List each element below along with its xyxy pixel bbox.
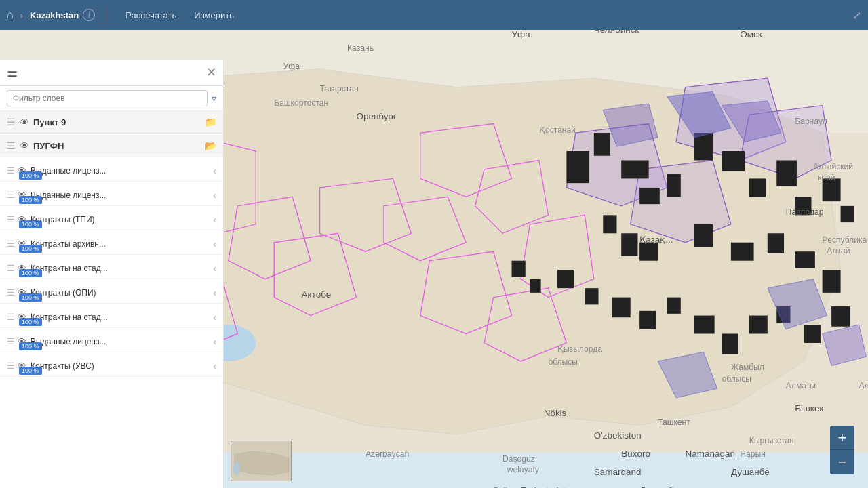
drag-icon: ☰ [7,117,16,127]
eye-icon-2[interactable]: 👁 [20,140,29,151]
chevron-l2[interactable]: ‹ [213,190,216,201]
layer-name-l9: Контракты (УВС) [31,361,210,371]
mini-map[interactable] [231,441,292,481]
close-icon[interactable]: ✕ [206,65,216,80]
section-pugfn[interactable]: ☰ 👁 ПУГФН 📂 [0,135,223,157]
map-area[interactable]: Ижевск Набережные Челны Уфа Челябинск Ка… [0,30,868,488]
layer-name-l2: Выданные лиценз... [31,190,210,200]
svg-rect-15 [841,206,854,222]
zoom-in-button[interactable]: + [830,426,854,450]
filter-input[interactable] [7,90,208,106]
svg-text:Казань: Казань [347,43,374,53]
layer-list[interactable]: ☰ 👁 Пункт 9 📁 ☰ 👁 ПУГФН 📂 ☰ 👁 Выданные л… [0,111,223,488]
layer-item-l1[interactable]: ☰ 👁 Выданные лиценз... ‹ 100 % [0,157,223,182]
section-title-punkt9: Пункт 9 [33,117,201,127]
layer-item-l3[interactable]: ☰ 👁 Контракты (ТПИ) ‹ 100 % [0,206,223,230]
layer-item-l5[interactable]: ☰ 👁 Контракты на стад... ‹ 100 % [0,255,223,279]
measure-button[interactable]: Измерить [189,7,239,23]
breadcrumb-label[interactable]: Kazakhstan [30,10,79,20]
svg-text:облысы: облысы [722,374,751,384]
expand-icon[interactable]: ⤢ [852,9,861,22]
layer-item-l8[interactable]: ☰ 👁 Выданные лиценз... ‹ 100 % [0,328,223,352]
info-icon[interactable]: i [83,9,95,21]
chevron-l9[interactable]: ‹ [213,361,216,371]
layer-item-l4[interactable]: ☰ 👁 Контракты архивн... ‹ 100 % [0,230,223,255]
pct-badge-l3: 100 % [19,220,42,228]
home-icon[interactable]: ⌂ [7,9,14,21]
drag-handle-l2: ☰ [7,190,15,200]
svg-rect-36 [831,306,850,327]
pct-badge-l8: 100 % [19,342,42,350]
folder-icon[interactable]: 📁 [205,117,216,127]
drag-handle-l6: ☰ [7,287,15,298]
layer-name-l5: Контракты на стад... [31,264,210,273]
svg-point-97 [233,462,240,475]
svg-text:Омск: Омск [740,30,762,39]
eye-icon[interactable]: 👁 [20,117,29,127]
chevron-l6[interactable]: ‹ [213,287,216,298]
filter-bar: ▿ [0,86,223,111]
svg-rect-30 [667,298,681,314]
svg-rect-20 [823,270,841,293]
pct-badge-l6: 100 % [19,293,42,302]
drag-handle-l1: ☰ [7,165,15,176]
chevron-l5[interactable]: ‹ [213,263,216,274]
layer-name-l3: Контракты (ТПИ) [31,215,210,224]
svg-text:O'zbekiston: O'zbekiston [594,430,642,441]
svg-text:облысы: облысы [548,357,578,367]
svg-text:Актобе: Актобе [302,289,332,300]
pct-badge-l5: 100 % [19,269,42,277]
svg-rect-4 [566,151,589,183]
svg-rect-5 [594,133,610,156]
svg-text:Қазақ...: Қазақ... [639,235,673,245]
svg-text:Алматы: Алматы [786,381,816,390]
chevron-l1[interactable]: ‹ [213,165,216,176]
chevron-l8[interactable]: ‹ [213,336,216,347]
folder-icon-2[interactable]: 📂 [205,140,216,151]
svg-text:Алтай: Алтай [827,246,850,256]
svg-text:Azərbaycan: Azərbaycan [366,449,409,459]
svg-rect-32 [722,333,738,354]
svg-rect-22 [603,215,616,233]
drag-handle-l8: ☰ [7,336,15,346]
layer-item-l2[interactable]: ☰ 👁 Выданные лиценз... ‹ 100 % [0,182,223,206]
drag-handle-l9: ☰ [7,361,15,371]
pct-badge-l4: 100 % [19,245,42,253]
svg-text:Қызылорда: Қызылорда [557,344,602,354]
svg-rect-24 [512,261,526,277]
pct-badge-l2: 100 % [19,196,42,204]
print-button[interactable]: Распечатать [120,7,182,23]
svg-text:Башкортостан: Башкортостан [274,98,328,108]
svg-text:Оренбург: Оренбург [356,111,396,121]
svg-text:Buxoro: Buxoro [621,449,650,459]
topbar-divider [107,7,108,23]
layer-item-l7[interactable]: ☰ 👁 Контракты на стад... ‹ 100 % [0,304,223,328]
svg-text:Жамбыл: Жамбыл [731,363,764,372]
chevron-l4[interactable]: ‹ [213,239,216,249]
svg-rect-7 [639,188,660,204]
svg-text:Барнаул: Барнаул [795,117,827,126]
filter-icon[interactable]: ▿ [212,93,216,104]
breadcrumb: ⌂ › Kazakhstan i [7,9,95,21]
svg-text:Нарын: Нарын [740,449,766,459]
topbar: ⌂ › Kazakhstan i Распечатать Измерить ⤢ [0,0,868,30]
svg-rect-29 [639,311,656,329]
chevron-l7[interactable]: ‹ [213,312,216,323]
svg-rect-33 [749,316,768,334]
svg-text:Samarqand: Samarqand [594,467,642,477]
svg-text:Уфа: Уфа [512,30,531,39]
section-punkt9[interactable]: ☰ 👁 Пункт 9 📁 [0,111,223,134]
layer-item-l9[interactable]: ☰ 👁 Контракты (УВС) ‹ 100 % [0,352,223,377]
zoom-out-button[interactable]: − [830,450,854,474]
drag-handle-l4: ☰ [7,239,15,249]
chevron-l3[interactable]: ‹ [213,214,216,225]
svg-text:welayaty: welayaty [507,465,540,474]
svg-text:Челябинск: Челябинск [594,30,639,35]
layer-name-l6: Контракты (ОПИ) [31,288,210,298]
svg-text:Бішкек: Бішкек [795,403,823,413]
svg-text:Республика: Республика [823,235,867,245]
svg-rect-12 [776,160,797,186]
drag-handle-l5: ☰ [7,263,15,273]
svg-text:Павлодар: Павлодар [786,207,824,217]
layer-item-l6[interactable]: ☰ 👁 Контракты (ОПИ) ‹ 100 % [0,279,223,304]
